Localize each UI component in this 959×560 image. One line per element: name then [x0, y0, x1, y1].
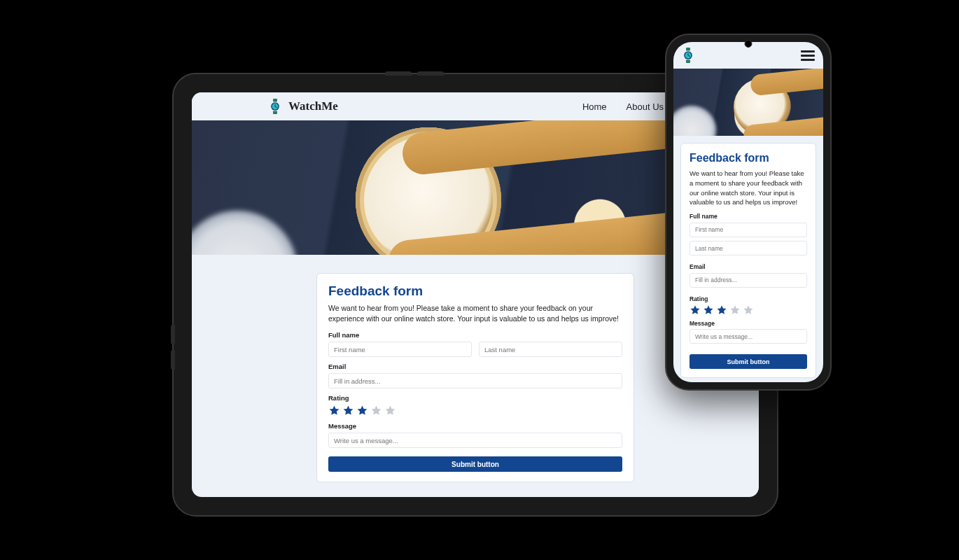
brand-name: WatchMe — [288, 99, 338, 113]
svg-rect-0 — [273, 99, 277, 102]
svg-rect-1 — [273, 111, 277, 114]
tablet-button — [417, 71, 444, 76]
first-name-input[interactable] — [690, 223, 807, 237]
email-input[interactable] — [328, 373, 622, 388]
phone-screen: Feedback form We want to hear from you! … — [673, 42, 823, 382]
star-icon[interactable] — [370, 405, 382, 416]
phone-camera-icon — [745, 40, 752, 48]
star-icon[interactable] — [356, 405, 368, 416]
hero-image-mobile — [673, 69, 823, 136]
first-name-input[interactable] — [328, 342, 472, 357]
rating-stars[interactable] — [690, 304, 807, 316]
message-input[interactable] — [690, 329, 807, 344]
rating-stars[interactable] — [328, 405, 622, 416]
rating-label: Rating — [690, 295, 807, 302]
fullname-label: Full name — [328, 331, 622, 339]
rating-label: Rating — [328, 394, 622, 402]
star-icon[interactable] — [743, 304, 754, 316]
watch-logo-icon — [682, 48, 694, 63]
nav-about[interactable]: About Us — [626, 102, 664, 112]
last-name-input[interactable] — [479, 342, 622, 357]
star-icon[interactable] — [729, 304, 741, 316]
star-icon[interactable] — [342, 405, 354, 416]
form-intro: We want to hear from you! Please take a … — [328, 303, 622, 324]
nav-home[interactable]: Home — [582, 102, 607, 112]
star-icon[interactable] — [384, 405, 396, 416]
tablet-button — [385, 71, 412, 76]
feedback-card: Feedback form We want to hear from you! … — [316, 273, 634, 482]
message-label: Message — [690, 320, 807, 327]
form-title: Feedback form — [690, 152, 807, 164]
phone-device: Feedback form We want to hear from you! … — [665, 34, 832, 391]
svg-rect-4 — [686, 48, 690, 50]
star-icon[interactable] — [703, 304, 714, 316]
fullname-label: Full name — [690, 213, 807, 220]
form-intro: We want to hear from you! Please take a … — [690, 169, 807, 207]
email-label: Email — [690, 263, 807, 270]
feedback-card-mobile: Feedback form We want to hear from you! … — [680, 143, 816, 378]
star-icon[interactable] — [690, 304, 701, 316]
tablet-button — [171, 325, 175, 344]
message-label: Message — [328, 422, 622, 430]
submit-button[interactable]: Submit button — [690, 354, 807, 369]
star-icon[interactable] — [716, 304, 727, 316]
hamburger-menu-icon[interactable] — [801, 50, 815, 61]
submit-button[interactable]: Submit button — [328, 456, 622, 472]
tablet-button — [171, 350, 175, 370]
email-label: Email — [328, 363, 622, 370]
svg-rect-5 — [686, 60, 690, 63]
email-input[interactable] — [690, 273, 807, 288]
watch-logo-icon — [269, 99, 281, 114]
form-title: Feedback form — [328, 284, 622, 299]
last-name-input[interactable] — [690, 241, 807, 255]
message-input[interactable] — [328, 433, 622, 448]
star-icon[interactable] — [328, 405, 340, 416]
